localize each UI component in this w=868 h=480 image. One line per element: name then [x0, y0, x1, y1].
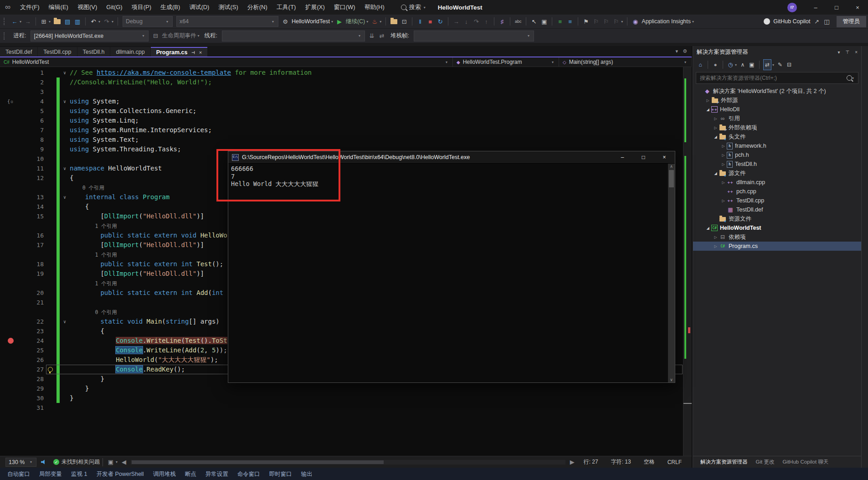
breakpoint-gutter[interactable]	[0, 393, 15, 403]
switch-views-button[interactable]: ⌂	[697, 60, 704, 70]
step-out-button[interactable]: ↑	[482, 16, 490, 26]
redo-button[interactable]: ↷	[103, 16, 111, 26]
fold-chevron-icon[interactable]: ∨	[60, 164, 70, 173]
tab-testdll-cpp[interactable]: TestDll.cpp	[38, 47, 77, 57]
indent-button[interactable]: ≡	[556, 16, 564, 26]
menu-item-0[interactable]: 文件(F)	[15, 0, 44, 15]
chevron-down-icon[interactable]: ▾	[552, 60, 554, 64]
menu-item-7[interactable]: 测试(S)	[214, 0, 242, 15]
codelens-references[interactable]: 0 个引用	[70, 309, 117, 315]
scroll-thumb[interactable]	[132, 460, 384, 464]
tree-item--helloworldtest-2-2-[interactable]: ◆解决方案 'HelloWorldTest' (2 个项目, 共 2 个)	[693, 87, 861, 96]
chevron-down-icon[interactable]: ▾	[116, 460, 118, 464]
zoom-level-dropdown[interactable]: 130 %▾	[5, 458, 36, 467]
tool-window-tab-断点[interactable]: 断点	[180, 470, 201, 478]
restore-button[interactable]: □	[826, 0, 847, 15]
console-minimize-button[interactable]: –	[612, 151, 633, 163]
spell-checker-button[interactable]: abc	[514, 16, 522, 26]
chevron-down-icon[interactable]: ▾	[49, 20, 51, 24]
code-line[interactable]: 30}	[0, 393, 692, 403]
tree-expander-icon[interactable]: ▷	[720, 144, 727, 148]
code-line[interactable]: 1∨// See https://aka.ms/new-console-temp…	[0, 68, 692, 77]
chevron-down-icon[interactable]: ▾	[621, 20, 623, 24]
tree-item--[interactable]: ▷↗外部依赖项	[693, 123, 861, 132]
tree-item-framework.h[interactable]: ▷hframework.h	[693, 141, 861, 150]
editor-horizontal-scrollbar[interactable]	[131, 460, 565, 465]
chevron-down-icon[interactable]: ▾	[20, 20, 21, 24]
tree-item--[interactable]: ▼资源文件	[693, 214, 861, 223]
tool-window-tab-命令窗口[interactable]: 命令窗口	[233, 470, 265, 478]
tree-item--[interactable]: ▷⊟依赖项	[693, 232, 861, 242]
panel-tab-GitHub Copilot 聊天[interactable]: GitHub Copilot 聊天	[779, 459, 832, 465]
tree-item-testdll.h[interactable]: ▷hTestDll.h	[693, 160, 861, 169]
undo-button[interactable]: ↶	[89, 16, 98, 26]
toggle-flagged-threads-icon[interactable]: ⇄	[378, 31, 386, 41]
tree-expander-icon[interactable]: ▷	[720, 199, 727, 203]
step-over-button[interactable]: ↷	[472, 16, 480, 26]
chevron-down-icon[interactable]: ▾	[112, 20, 113, 24]
restart-button[interactable]: ↻	[436, 16, 444, 26]
scroll-up-icon[interactable]: ∧	[668, 164, 675, 169]
breakpoint-gutter[interactable]	[0, 202, 15, 212]
navbar-segment-0[interactable]: C#HelloWorldTest▾	[0, 57, 453, 67]
tree-item-dllmain.cpp[interactable]: ▷++dllmain.cpp	[693, 178, 861, 187]
code-line[interactable]: 6using System.Linq;	[0, 116, 692, 125]
editor-vertical-scrollbar[interactable]	[683, 67, 692, 456]
tab-testdll-h[interactable]: TestDll.h	[77, 47, 110, 57]
code-line[interactable]: 3	[0, 87, 692, 97]
scroll-down-icon[interactable]: ∨	[668, 377, 675, 382]
panel-tab-解决方案资源管理器[interactable]: 解决方案资源管理器	[697, 459, 751, 465]
tree-expander-icon[interactable]: ▷	[712, 117, 719, 121]
solution-search-box[interactable]: ▾	[696, 72, 858, 84]
breakpoint-gutter[interactable]	[0, 192, 15, 202]
drag-grip[interactable]	[4, 32, 6, 40]
github-copilot-button[interactable]: GitHub Copilot	[773, 18, 810, 25]
continue-label[interactable]: 继续(C)	[346, 18, 365, 26]
tree-item-testdll.def[interactable]: ▦TestDll.def	[693, 205, 861, 214]
tree-item--[interactable]: ◢▼头文件	[693, 132, 861, 141]
close-icon[interactable]: ×	[199, 50, 202, 55]
codelens-references[interactable]: 1 个引用	[70, 223, 117, 229]
breakpoint-gutter[interactable]	[0, 106, 15, 116]
account-avatar[interactable]: I7	[787, 3, 797, 12]
volume-icon[interactable]	[41, 459, 47, 465]
tree-expander-icon[interactable]: ▷	[720, 153, 727, 157]
tree-item-hellodll[interactable]: ◢++HelloDll	[693, 105, 861, 114]
pin-icon[interactable]: ⊤	[191, 50, 196, 54]
selection-mode-button[interactable]: ↖	[530, 16, 538, 26]
menu-item-10[interactable]: 扩展(X)	[300, 0, 329, 15]
breakpoint-gutter[interactable]	[0, 154, 15, 164]
breakpoint-gutter[interactable]	[0, 173, 15, 183]
navigate-back-button[interactable]: ←	[10, 16, 19, 26]
collapse-all-button[interactable]: ∧	[739, 60, 746, 70]
tree-item--[interactable]: ◢▼源文件	[693, 169, 861, 178]
tree-item-pch.cpp[interactable]: ++pch.cpp	[693, 187, 861, 196]
feedback-icon[interactable]: ◫	[823, 16, 831, 26]
tool-window-tab-输出[interactable]: 输出	[297, 470, 317, 478]
breakpoint-gutter[interactable]	[0, 68, 15, 77]
drag-grip[interactable]	[4, 18, 6, 25]
stack-frame-dropdown[interactable]: ▾	[414, 31, 534, 41]
breakpoint-gutter[interactable]	[0, 212, 15, 221]
search-box[interactable]: 搜索 ▾	[396, 3, 431, 11]
save-all-button[interactable]: ▥	[73, 16, 82, 26]
code-line[interactable]: 2//Console.WriteLine("Hello, World!");	[0, 77, 692, 87]
breakpoint-gutter[interactable]	[0, 116, 15, 125]
breakpoint-gutter[interactable]	[0, 346, 15, 355]
tool-window-tab-监视 1[interactable]: 监视 1	[67, 470, 92, 478]
menu-item-8[interactable]: 分析(N)	[243, 0, 272, 15]
tree-expander-icon[interactable]: ◢	[704, 226, 711, 230]
quick-actions-lightbulb-icon[interactable]	[48, 367, 53, 372]
code-line[interactable]: 7using System.Runtime.InteropServices;	[0, 125, 692, 135]
breakpoint-gutter[interactable]	[0, 298, 15, 307]
tab-options-icon[interactable]: ⚙	[683, 48, 687, 54]
navbar-segment-2[interactable]: ◇Main(string[] args)▾	[559, 57, 692, 67]
breakpoint-gutter[interactable]	[0, 365, 15, 374]
tree-item-pch.h[interactable]: ▷hpch.h	[693, 150, 861, 160]
minimize-button[interactable]: –	[805, 0, 826, 15]
tree-expander-icon[interactable]: ◢	[704, 108, 711, 112]
syntax-visualizer-button[interactable]: ♯	[498, 16, 506, 26]
continue-button[interactable]: ▶	[335, 16, 344, 26]
fold-chevron-icon[interactable]: ∨	[60, 68, 70, 77]
breakpoint-gutter[interactable]	[0, 355, 15, 365]
